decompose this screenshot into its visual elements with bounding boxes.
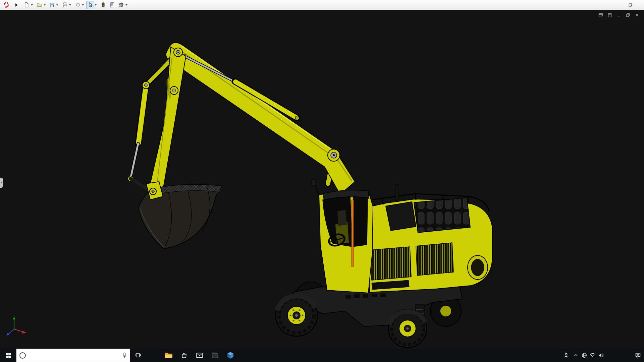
wifi-icon [590, 353, 596, 358]
new-document-icon [24, 2, 30, 8]
new-window-button[interactable] [598, 12, 604, 18]
dropdown-caret-icon[interactable] [44, 4, 46, 6]
undo-arrow-icon [75, 2, 80, 8]
select-group [86, 1, 98, 9]
blue-cube-icon [227, 352, 234, 359]
windows-logo-icon [5, 353, 11, 358]
menu-expand-arrow-icon[interactable] [15, 3, 18, 7]
options-group [117, 1, 129, 9]
close-button[interactable] [635, 0, 644, 10]
window-pane-icon [608, 13, 612, 17]
mail-button[interactable] [192, 349, 207, 362]
select-cursor-icon [88, 2, 93, 8]
save-group [48, 1, 60, 9]
options-button[interactable] [117, 1, 125, 9]
wifi-button[interactable] [588, 349, 597, 362]
people-button[interactable] [561, 349, 572, 362]
document-window-controls [598, 12, 640, 18]
file-properties-icon [109, 2, 115, 8]
edge-button[interactable] [146, 349, 161, 362]
start-button[interactable] [0, 349, 16, 362]
rebuild-button[interactable] [99, 1, 107, 9]
save-floppy-icon [49, 2, 55, 8]
digger-model [0, 10, 644, 349]
dropdown-caret-icon[interactable] [125, 4, 127, 6]
volume-button[interactable] [597, 349, 605, 362]
system-tray [561, 349, 644, 362]
dropdown-caret-icon[interactable] [31, 4, 33, 6]
chevron-left-icon [1, 182, 2, 184]
select-arrow-button[interactable] [86, 1, 94, 9]
print-group [61, 1, 72, 9]
menu-bar [0, 0, 644, 10]
document-title [178, 0, 600, 10]
restore-icon [629, 3, 632, 7]
orientation-triad [6, 317, 26, 336]
quick-access-toolbar [22, 1, 130, 9]
search-input[interactable] [29, 353, 119, 358]
window-controls [608, 0, 644, 10]
dropdown-caret-icon[interactable] [95, 4, 97, 6]
globe-icon [582, 353, 587, 358]
graphics-area[interactable] [0, 10, 644, 349]
file-explorer-button[interactable] [161, 349, 176, 362]
edrawings-button[interactable] [223, 349, 238, 362]
minimize-doc-button[interactable] [616, 12, 622, 18]
terminal-button[interactable] [207, 349, 223, 362]
task-view-button[interactable] [130, 349, 146, 362]
file-properties-button[interactable] [108, 1, 116, 9]
shopping-bag-icon [181, 352, 187, 359]
file-properties-group [108, 1, 116, 9]
gear-icon [118, 2, 124, 8]
restore-icon [626, 13, 630, 17]
dropdown-caret-icon[interactable] [82, 4, 84, 6]
show-window-button[interactable] [607, 12, 613, 18]
store-button[interactable] [176, 349, 192, 362]
open-document-group [35, 1, 47, 9]
minimize-button[interactable] [617, 0, 626, 10]
speaker-icon [598, 353, 604, 358]
help-button[interactable] [608, 0, 617, 10]
network-button[interactable] [580, 349, 588, 362]
restore-doc-button[interactable] [625, 12, 631, 18]
save-button[interactable] [48, 1, 56, 9]
console-window-icon [212, 352, 218, 359]
print-button[interactable] [61, 1, 69, 9]
chevron-up-icon [574, 354, 578, 357]
ds-swirl-icon [3, 2, 10, 8]
dropdown-caret-icon[interactable] [69, 4, 71, 6]
people-icon [563, 353, 569, 358]
clock[interactable] [605, 349, 632, 362]
rebuild-group [99, 1, 107, 9]
featuremanager-collapsed-tab[interactable] [0, 178, 3, 188]
envelope-icon [196, 353, 203, 358]
dropdown-caret-icon[interactable] [56, 4, 58, 6]
solidworks-logo [3, 2, 11, 8]
undo-group [73, 1, 85, 9]
task-view-icon [135, 352, 141, 359]
rebuild-stoplight-icon [100, 2, 106, 8]
open-folder-icon [37, 2, 42, 8]
new-document-group [22, 1, 34, 9]
taskbar [0, 349, 644, 362]
action-center-icon [635, 352, 641, 358]
minimize-icon [617, 13, 621, 17]
close-icon [635, 13, 639, 17]
taskbar-search[interactable] [16, 349, 130, 362]
microphone-icon[interactable] [122, 352, 127, 358]
undo-button[interactable] [73, 1, 82, 9]
close-doc-button[interactable] [634, 12, 640, 18]
cortana-icon [19, 352, 26, 359]
folder-icon [165, 352, 173, 359]
open-document-button[interactable] [35, 1, 43, 9]
hidden-icons-button[interactable] [572, 349, 580, 362]
cascade-windows-icon [598, 13, 603, 17]
printer-icon [62, 2, 68, 8]
new-document-button[interactable] [22, 1, 31, 9]
restore-button[interactable] [626, 0, 635, 10]
action-center-button[interactable] [632, 349, 644, 362]
solidworks-2017-button[interactable] [238, 349, 254, 362]
